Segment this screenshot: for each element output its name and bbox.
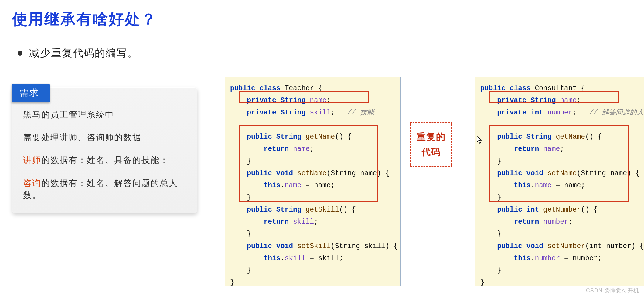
req-line-3-emph: 讲师 — [23, 155, 41, 165]
t-l13: } — [230, 228, 395, 240]
c-l8: public void setName(String name) { — [480, 167, 644, 179]
t-l11: public String getSkill() { — [230, 204, 395, 216]
c-l5: public String getName() { — [480, 131, 644, 143]
t-l8: public void setName(String name) { — [230, 167, 395, 179]
slide-root: { "title": "使用继承有啥好处？", "bullet": "减少重复代… — [0, 0, 644, 296]
bullet-text: 减少重复代码的编写。 — [29, 46, 138, 60]
c-l12: return number; — [480, 216, 644, 228]
c-l4 — [480, 119, 644, 131]
bullet-icon — [18, 51, 22, 56]
c-l6: return name; — [480, 143, 644, 155]
c-l10: } — [480, 192, 644, 204]
t-l3: private String skill; // 技能 — [230, 107, 395, 119]
req-line-3-rest: 的数据有：姓名、具备的技能； — [41, 155, 169, 165]
t-l5: public String getName() { — [230, 131, 395, 143]
c-l7: } — [480, 155, 644, 167]
duplicate-code-label-box: 重复的 代码 — [410, 122, 452, 167]
c-l2: private String name; — [480, 94, 644, 107]
dup-line-1: 重复的 — [415, 129, 447, 145]
code-box-consultant: public class Consultant { private String… — [475, 77, 644, 286]
cursor-icon — [477, 136, 483, 146]
req-line-3: 讲师的数据有：姓名、具备的技能； — [23, 154, 186, 166]
t-l15: this.skill = skill; — [230, 252, 395, 264]
req-line-1: 黑马的员工管理系统中 — [23, 109, 186, 121]
duplicate-code-label: 重复的 代码 — [410, 122, 452, 167]
t-l12: return skill; — [230, 216, 395, 228]
c-l11: public int getNumber() { — [480, 204, 644, 216]
content-area: 需求 黑马的员工管理系统中 需要处理讲师、咨询师的数据 讲师的数据有：姓名、具备… — [12, 77, 632, 289]
t-l6: return name; — [230, 143, 395, 155]
t-l9: this.name = name; — [230, 179, 395, 192]
t-l4 — [230, 119, 395, 131]
t-l10: } — [230, 192, 395, 204]
c-l1: public class Consultant { — [480, 82, 644, 94]
c-l17: } — [480, 277, 644, 286]
req-line-4-emph: 咨询 — [23, 179, 41, 188]
t-l14: public void setSkill(String skill) { — [230, 240, 395, 252]
ribbon-label: 需求 — [12, 84, 50, 102]
c-l14: public void setNumber(int number) { — [480, 240, 644, 252]
c-l9: this.name = name; — [480, 179, 644, 192]
t-l16: } — [230, 264, 395, 277]
dup-line-2: 代码 — [415, 145, 447, 160]
bullet-row: 减少重复代码的编写。 — [18, 46, 632, 60]
t-l2: private String name; — [230, 94, 395, 107]
ribbon: 需求 — [12, 84, 50, 102]
requirements-card: 需求 黑马的员工管理系统中 需要处理讲师、咨询师的数据 讲师的数据有：姓名、具备… — [12, 87, 197, 213]
c-l3: private int number; // 解答问题的人数 — [480, 107, 644, 119]
req-line-4: 咨询的数据有：姓名、解答问题的总人数。 — [23, 177, 186, 201]
page-title: 使用继承有啥好处？ — [12, 9, 632, 29]
code-box-teacher: public class Teacher { private String na… — [225, 77, 401, 286]
req-line-2: 需要处理讲师、咨询师的数据 — [23, 131, 186, 143]
watermark: CSDN @睡觉待开机 — [586, 287, 639, 294]
c-l16: } — [480, 264, 644, 277]
t-l7: } — [230, 155, 395, 167]
t-l1: public class Teacher { — [230, 82, 395, 94]
c-l15: this.number = number; — [480, 252, 644, 264]
c-l13: } — [480, 228, 644, 240]
t-l17: } — [230, 277, 395, 286]
req-line-4-rest: 的数据有：姓名、解答问题的总人数。 — [23, 179, 178, 200]
